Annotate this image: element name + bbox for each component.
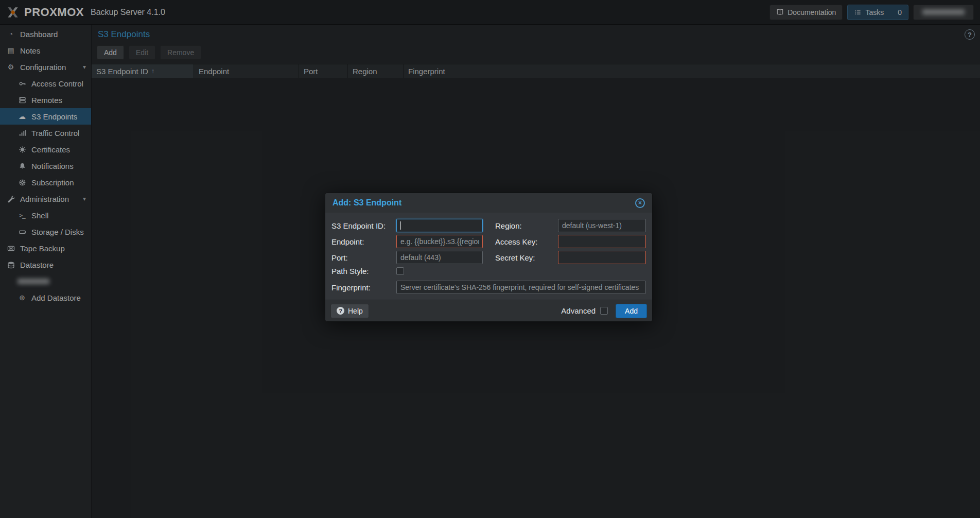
- dialog-header[interactable]: Add: S3 Endpoint ×: [325, 193, 652, 213]
- region-label: Region:: [495, 221, 558, 230]
- access-key-label: Access Key:: [495, 237, 558, 246]
- s3-endpoint-id-label: S3 Endpoint ID:: [331, 221, 396, 230]
- fingerprint-input[interactable]: [396, 281, 646, 294]
- endpoint-input[interactable]: [396, 235, 483, 248]
- dialog-body: S3 Endpoint ID: Region: Endpoint: Access…: [325, 213, 652, 300]
- endpoint-label: Endpoint:: [331, 237, 396, 246]
- access-key-input[interactable]: [558, 235, 646, 248]
- help-label: Help: [348, 307, 363, 315]
- secret-key-input[interactable]: [558, 251, 646, 264]
- secret-key-label: Secret Key:: [495, 253, 558, 262]
- port-label: Port:: [331, 253, 396, 262]
- help-button[interactable]: ? Help: [330, 304, 369, 318]
- dialog-title: Add: S3 Endpoint: [332, 198, 401, 208]
- advanced-label: Advanced: [561, 306, 596, 315]
- dialog-add-button[interactable]: Add: [616, 304, 647, 318]
- dialog-footer: ? Help Advanced Add: [325, 300, 652, 321]
- path-style-label: Path Style:: [331, 267, 396, 275]
- close-icon[interactable]: ×: [635, 198, 645, 208]
- path-style-checkbox[interactable]: [396, 267, 404, 275]
- port-input[interactable]: [396, 251, 483, 264]
- question-circle-icon: ?: [337, 307, 344, 315]
- s3-endpoint-id-input[interactable]: [396, 219, 483, 232]
- region-input[interactable]: [558, 219, 646, 232]
- text-caret: [400, 221, 401, 230]
- add-s3-endpoint-dialog: Add: S3 Endpoint × S3 Endpoint ID: Regio…: [325, 193, 653, 322]
- fingerprint-label: Fingerprint:: [331, 283, 396, 292]
- advanced-checkbox[interactable]: [600, 307, 608, 315]
